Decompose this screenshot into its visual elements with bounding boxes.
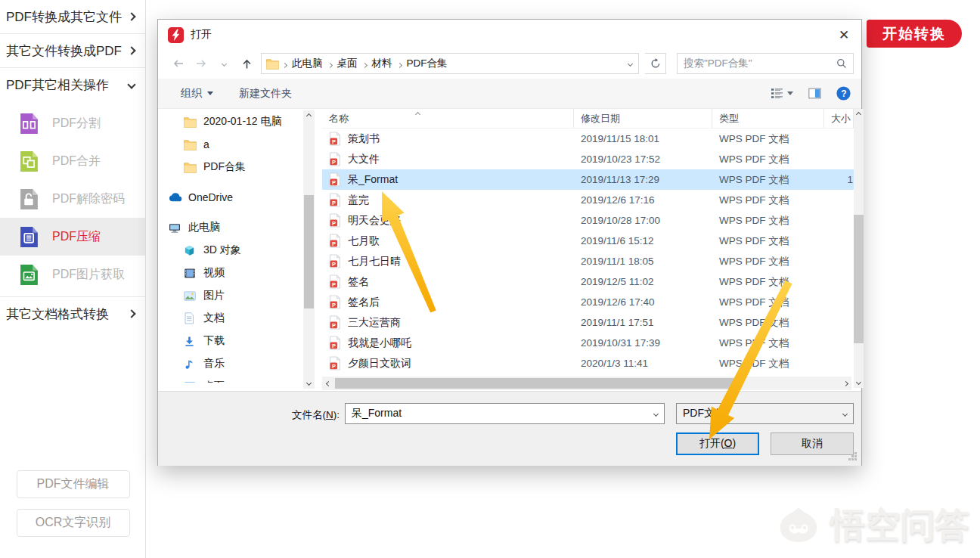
sidebar-tool-4[interactable]: PDF图片获取 [0,256,145,293]
tool-label: PDF压缩 [52,229,101,245]
recent-locations-chevron-icon[interactable] [216,62,232,66]
preview-pane-button[interactable] [808,88,821,99]
breadcrumb-item-2[interactable]: 材料 [368,57,397,70]
pdf-unlock-icon [20,188,39,210]
open-button[interactable]: 打开(O) [676,432,759,455]
tree-item-3[interactable]: OneDrive [163,186,303,209]
file-date: 2019/10/31 17:39 [574,337,712,349]
dialog-titlebar[interactable]: 打开 ✕ [158,20,861,50]
view-options-button[interactable] [771,88,793,99]
file-row-8[interactable]: P签名后2019/12/6 17:40WPS PDF 文档 [322,292,854,312]
pdf-file-icon: P [329,356,341,370]
dialog-footer: 文件名(N): 呆_Format PDF文件 打开(O) 取消 [158,391,861,466]
pdf-image-icon [20,264,39,286]
forward-icon[interactable] [193,58,209,69]
sidebar-section-pdf-other-ops[interactable]: PDF其它相关操作 [0,68,145,101]
file-row-7[interactable]: P签名2019/12/5 11:02WPS PDF 文档 [322,271,854,292]
file-row-10[interactable]: P我就是小哪吒2019/10/31 17:39WPS PDF 文档 [322,333,854,353]
scrollbar-thumb[interactable] [335,378,738,389]
tree-item-4[interactable]: 此电脑 [163,216,303,239]
music-icon [184,358,197,370]
breadcrumb-separator-icon [363,57,367,70]
back-icon[interactable] [170,58,187,69]
file-row-3[interactable]: P盖完2019/12/6 17:16WPS PDF 文档 [322,190,854,210]
pdf-edit-button[interactable]: PDF文件编辑 [17,470,130,498]
tree-item-5[interactable]: 3D 对象 [163,239,303,262]
file-row-9[interactable]: P三大运营商2019/11/1 17:51WPS PDF 文档 [322,312,854,333]
tree-item-label: OneDrive [188,191,233,203]
tree-item-7[interactable]: 图片 [163,284,303,307]
file-name: 呆_Format [348,173,398,187]
file-row-2[interactable]: P呆_Format2019/11/13 17:29WPS PDF 文档1 [322,169,854,190]
tree-item-label: 3D 对象 [203,243,241,257]
app-root: PDF转换成其它文件 其它文件转换成PDF PDF其它相关操作 PDF分割PDF… [0,0,980,558]
file-row-6[interactable]: P七月七日晴2019/11/1 18:05WPS PDF 文档 [322,251,854,271]
new-folder-label: 新建文件夹 [239,87,292,101]
sidebar-section-other-to-pdf[interactable]: 其它文件转换成PDF [0,34,145,67]
filename-input[interactable]: 呆_Format [345,403,665,424]
scroll-left-icon[interactable] [322,377,334,390]
up-icon[interactable] [238,58,255,70]
tree-item-8[interactable]: 文档 [163,307,303,330]
address-bar[interactable]: 此电脑桌面材料PDF合集 [261,53,639,74]
file-list-rows: P策划书2019/11/15 18:01WPS PDF 文档P大文件2019/1… [322,129,854,374]
sidebar-subnav: PDF分割PDF合并PDF解除密码PDF压缩PDF图片获取 [0,101,145,296]
sidebar-tool-0[interactable]: PDF分割 [0,104,145,142]
scroll-right-icon[interactable] [839,377,851,390]
tree-item-10[interactable]: 音乐 [163,352,303,375]
sidebar-tool-2[interactable]: PDF解除密码 [0,180,145,218]
svg-text:P: P [332,302,336,308]
file-date: 2019/11/1 17:51 [574,317,712,328]
sidebar-tool-1[interactable]: PDF合并 [0,142,145,180]
file-type: WPS PDF 文档 [712,173,824,187]
list-horizontal-scrollbar[interactable] [322,377,851,390]
organize-label: 组织 [181,87,202,101]
tree-item-11[interactable]: 桌面 [163,375,303,383]
start-convert-button[interactable]: 开始转换 [867,20,962,48]
file-row-4[interactable]: P明天会更好2019/10/28 17:00WPS PDF 文档 [322,210,854,231]
scrollbar-thumb[interactable] [304,195,314,308]
refresh-icon[interactable] [645,53,666,74]
scroll-up-icon[interactable] [854,109,864,120]
sidebar-section-other-doc-convert[interactable]: 其它文档格式转换 [0,297,145,330]
help-icon[interactable]: ? [836,86,851,101]
tree-item-0[interactable]: 2020-01-12 电脑 [163,110,303,133]
ocr-button[interactable]: OCR文字识别 [17,509,130,537]
sidebar-section-pdf-to-other[interactable]: PDF转换成其它文件 [0,0,145,33]
new-folder-button[interactable]: 新建文件夹 [239,87,292,101]
scroll-down-icon[interactable] [854,377,864,388]
svg-text:P: P [332,220,336,227]
file-row-1[interactable]: P大文件2019/10/23 17:52WPS PDF 文档 [322,149,854,169]
tree-item-9[interactable]: 下载 [163,330,303,352]
sidebar-tool-3[interactable]: PDF压缩 [0,218,145,256]
resize-grip-icon[interactable] [854,452,857,454]
column-header-2[interactable]: 类型 [712,109,824,128]
cancel-button[interactable]: 取消 [771,432,854,455]
scrollbar-thumb[interactable] [854,215,864,343]
svg-text:?: ? [841,88,846,99]
tree-scrollbar[interactable] [303,110,315,389]
tree-item-2[interactable]: PDF合集 [163,156,303,178]
file-row-5[interactable]: P七月歌2019/11/6 15:12WPS PDF 文档 [322,231,854,251]
tree-item-1[interactable]: a [163,133,303,156]
close-icon[interactable]: ✕ [834,25,854,45]
scroll-up-icon[interactable] [303,110,315,122]
list-vertical-scrollbar[interactable] [854,109,864,388]
address-dropdown-chevron-icon[interactable] [628,62,635,66]
file-name: 夕颜日文歌词 [348,357,411,370]
breadcrumb-item-0[interactable]: 此电脑 [287,57,327,70]
breadcrumb-item-1[interactable]: 桌面 [333,57,362,70]
search-input[interactable]: 搜索"PDF合集" [677,53,854,74]
scroll-down-icon[interactable] [303,377,315,389]
filetype-value: PDF文件 [683,407,725,420]
file-row-0[interactable]: P策划书2019/11/15 18:01WPS PDF 文档 [322,129,854,149]
organize-menu[interactable]: 组织 [181,87,213,101]
column-header-0[interactable]: 名称 [322,109,574,128]
column-header-3[interactable]: 大小 [824,109,854,128]
tree-item-6[interactable]: 视频 [163,262,303,284]
filetype-select[interactable]: PDF文件 [676,403,854,424]
tree-item-label: 下载 [203,334,225,348]
file-row-11[interactable]: P夕颜日文歌词2020/1/3 11:41WPS PDF 文档 [322,353,854,374]
breadcrumb-item-3[interactable]: PDF合集 [402,57,452,70]
column-header-1[interactable]: 修改日期 [574,109,712,128]
